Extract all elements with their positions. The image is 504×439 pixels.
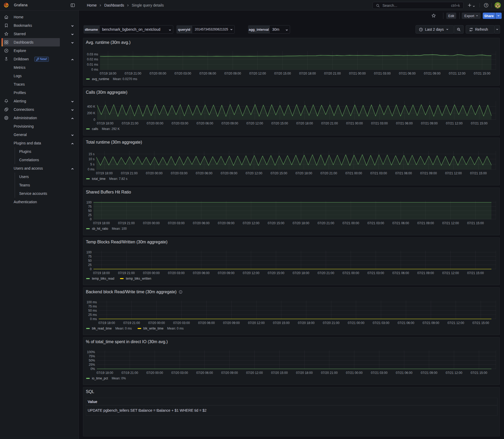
svg-text:10 s: 10 s (88, 157, 94, 161)
svg-text:07/21 15:00: 07/21 15:00 (471, 122, 488, 125)
svg-text:07/20 09:00: 07/20 09:00 (223, 321, 240, 325)
svg-text:07/20 15:00: 07/20 15:00 (268, 221, 285, 225)
svg-text:0: 0 (90, 267, 92, 271)
svg-text:07/20 03:00: 07/20 03:00 (175, 72, 191, 75)
svg-text:07/19 21:00: 07/19 21:00 (121, 171, 138, 175)
svg-text:07/20 15:00: 07/20 15:00 (268, 271, 285, 275)
svg-text:07/20 09:00: 07/20 09:00 (224, 72, 241, 75)
svg-text:07/20 00:00: 07/20 00:00 (143, 271, 160, 275)
svg-text:07/20 15:00: 07/20 15:00 (271, 122, 288, 125)
svg-text:07/20 06:00: 07/20 06:00 (200, 72, 216, 75)
svg-text:07/20 03:00: 07/20 03:00 (173, 321, 190, 325)
svg-text:07/20 06:00: 07/20 06:00 (196, 171, 213, 175)
svg-text:07/20 18:00: 07/20 18:00 (296, 122, 313, 125)
svg-text:07/20 12:00: 07/20 12:00 (249, 72, 266, 75)
svg-text:07/21 00:00: 07/21 00:00 (345, 171, 362, 175)
svg-text:07/21 09:00: 07/21 09:00 (417, 271, 434, 275)
svg-text:07/20 21:00: 07/20 21:00 (318, 271, 334, 275)
svg-text:07/20 00:00: 07/20 00:00 (148, 321, 165, 325)
svg-text:07/21 03:00: 07/21 03:00 (371, 122, 388, 125)
svg-text:07/19 21:00: 07/19 21:00 (122, 371, 138, 375)
svg-text:07/21 15:00: 07/21 15:00 (470, 171, 487, 175)
svg-text:07/20 12:00: 07/20 12:00 (246, 171, 262, 175)
svg-text:50 ms: 50 ms (88, 309, 97, 312)
svg-text:07/19 18:00: 07/19 18:00 (97, 371, 113, 375)
svg-text:07/21 03:00: 07/21 03:00 (368, 271, 384, 275)
svg-text:100%: 100% (87, 350, 95, 354)
svg-text:07/20 18:00: 07/20 18:00 (293, 221, 309, 225)
svg-text:07/21 06:00: 07/21 06:00 (396, 122, 413, 125)
svg-text:07/20 21:00: 07/20 21:00 (321, 171, 337, 175)
svg-text:07/20 12:00: 07/20 12:00 (246, 122, 263, 125)
svg-text:07/21 06:00: 07/21 06:00 (399, 72, 416, 75)
svg-text:5 s: 5 s (90, 163, 94, 166)
svg-text:07/20 06:00: 07/20 06:00 (198, 321, 215, 325)
svg-text:07/20 15:00: 07/20 15:00 (271, 171, 287, 175)
svg-text:07/19 21:00: 07/19 21:00 (123, 321, 140, 325)
svg-text:0: 0 (90, 217, 92, 221)
svg-text:0.02 ms: 0.02 ms (87, 58, 98, 61)
svg-text:07/21 00:00: 07/21 00:00 (343, 271, 359, 275)
svg-text:?: ? (485, 4, 487, 7)
svg-text:0 ms: 0 ms (90, 317, 97, 321)
svg-text:07/20 12:00: 07/20 12:00 (246, 371, 263, 375)
svg-text:07/21 06:00: 07/21 06:00 (392, 271, 409, 275)
svg-text:07/20 12:00: 07/20 12:00 (243, 221, 260, 225)
svg-text:100: 100 (86, 250, 92, 254)
svg-text:07/21 15:00: 07/21 15:00 (474, 72, 491, 75)
svg-text:50%: 50% (89, 359, 95, 362)
svg-text:07/20 09:00: 07/20 09:00 (222, 122, 238, 125)
svg-text:07/21 06:00: 07/21 06:00 (396, 371, 413, 375)
svg-text:07/21 12:00: 07/21 12:00 (448, 321, 464, 325)
svg-text:07/21 03:00: 07/21 03:00 (368, 221, 384, 225)
svg-text:07/19 18:00: 07/19 18:00 (93, 221, 110, 225)
svg-text:07/21 12:00: 07/21 12:00 (446, 371, 463, 375)
svg-text:400 K: 400 K (87, 105, 95, 108)
svg-text:07/19 18:00: 07/19 18:00 (98, 321, 115, 325)
svg-text:07/20 12:00: 07/20 12:00 (243, 271, 260, 275)
svg-text:07/20 00:00: 07/20 00:00 (143, 221, 160, 225)
svg-text:07/21 06:00: 07/21 06:00 (395, 171, 412, 175)
svg-text:07/20 09:00: 07/20 09:00 (221, 371, 238, 375)
svg-text:07/20 21:00: 07/20 21:00 (323, 321, 340, 325)
svg-text:25: 25 (88, 213, 92, 217)
svg-text:07/19 21:00: 07/19 21:00 (118, 221, 135, 225)
svg-text:07/20 03:00: 07/20 03:00 (171, 371, 188, 375)
svg-text:07/21 00:00: 07/21 00:00 (349, 72, 366, 75)
svg-text:07/21 15:00: 07/21 15:00 (467, 221, 484, 225)
svg-text:07/20 00:00: 07/20 00:00 (147, 122, 164, 125)
svg-text:07/20 09:00: 07/20 09:00 (218, 271, 235, 275)
svg-text:75: 75 (88, 205, 92, 208)
svg-text:07/20 06:00: 07/20 06:00 (196, 371, 213, 375)
svg-text:0%: 0% (91, 367, 95, 371)
svg-text:0 ms: 0 ms (91, 68, 98, 71)
svg-text:07/21 06:00: 07/21 06:00 (392, 221, 409, 225)
svg-text:07/21 00:00: 07/21 00:00 (348, 321, 365, 325)
svg-text:25%: 25% (89, 363, 95, 367)
svg-text:07/20 21:00: 07/20 21:00 (318, 221, 334, 225)
svg-text:15 s: 15 s (88, 152, 94, 156)
svg-text:07/20 18:00: 07/20 18:00 (293, 271, 309, 275)
svg-text:07/20 21:00: 07/20 21:00 (321, 122, 338, 125)
svg-text:0: 0 (93, 118, 95, 122)
svg-text:07/20 18:00: 07/20 18:00 (296, 171, 312, 175)
svg-text:07/21 09:00: 07/21 09:00 (424, 72, 441, 75)
svg-text:07/20 03:00: 07/20 03:00 (171, 171, 188, 175)
svg-text:07/20 15:00: 07/20 15:00 (271, 371, 288, 375)
svg-text:07/21 00:00: 07/21 00:00 (343, 221, 359, 225)
svg-text:07/19 21:00: 07/19 21:00 (118, 271, 135, 275)
svg-text:07/21 15:00: 07/21 15:00 (467, 271, 484, 275)
svg-text:07/19 18:00: 07/19 18:00 (96, 171, 113, 175)
svg-text:07/20 06:00: 07/20 06:00 (197, 122, 213, 125)
svg-text:07/20 18:00: 07/20 18:00 (299, 72, 316, 75)
svg-text:07/21 12:00: 07/21 12:00 (442, 271, 459, 275)
svg-text:75: 75 (88, 255, 92, 258)
svg-text:07/19 18:00: 07/19 18:00 (97, 122, 114, 125)
svg-text:0.03 ms: 0.03 ms (87, 53, 98, 56)
svg-text:07/19 21:00: 07/19 21:00 (122, 122, 139, 125)
svg-text:25 ms: 25 ms (88, 313, 97, 317)
svg-text:200 K: 200 K (87, 111, 95, 115)
svg-text:07/20 15:00: 07/20 15:00 (273, 321, 290, 325)
svg-text:07/21 12:00: 07/21 12:00 (445, 171, 462, 175)
svg-text:07/20 09:00: 07/20 09:00 (221, 171, 238, 175)
